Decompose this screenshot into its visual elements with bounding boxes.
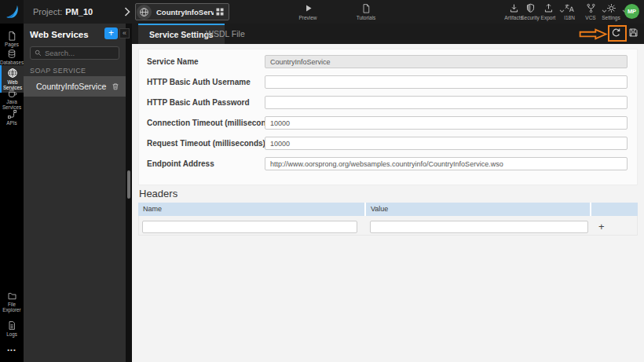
collapse-panel-button[interactable]: « [119, 28, 130, 38]
globe-icon [137, 5, 152, 20]
rail-item-apis[interactable]: APIs [0, 107, 24, 128]
log-file-icon [7, 320, 16, 331]
play-icon [303, 3, 313, 13]
document-icon [361, 3, 371, 13]
add-service-button[interactable]: + [104, 27, 118, 39]
form-row: Endpoint Address [139, 157, 637, 174]
vertical-scrollbar[interactable] [127, 170, 130, 199]
app-window: Project: PM_10 CountryInfoService [0, 0, 644, 362]
preview-label: Preview [298, 15, 317, 20]
chevron-right-icon [124, 7, 130, 16]
column-header-value: Value [366, 203, 591, 216]
column-header-name: Name [138, 203, 366, 216]
top-bar: Project: PM_10 CountryInfoService [0, 0, 644, 24]
app-logo-icon[interactable] [0, 0, 24, 24]
headers-table-head: Name Value [138, 203, 638, 216]
service-settings-form: Service Name HTTP Basic Auth Username HT… [138, 49, 638, 185]
header-value-input[interactable] [370, 221, 588, 233]
tab-bar: Service Settings WSDL File [132, 24, 644, 44]
service-name-input [265, 55, 628, 68]
field-label-endpoint-address: Endpoint Address [147, 159, 214, 168]
add-header-button[interactable]: + [598, 222, 605, 232]
reload-service-button[interactable] [611, 27, 621, 38]
column-header-actions [591, 203, 638, 216]
headers-section-title: Headers [139, 188, 177, 199]
rail-item-databases[interactable]: Databases [0, 46, 24, 68]
form-row: HTTP Basic Auth Username [139, 75, 637, 93]
preview-button[interactable]: Preview [291, 3, 325, 20]
form-row: Request Timeout (milliseconds) [139, 137, 637, 154]
search-box [30, 46, 119, 60]
tutorials-button[interactable]: Tutorials [349, 3, 383, 20]
headers-table: Name Value + [138, 203, 638, 236]
database-icon [7, 49, 16, 59]
search-input[interactable] [45, 49, 115, 57]
upload-icon [543, 3, 554, 13]
auth-password-input[interactable] [265, 96, 628, 109]
export-label: Export [541, 15, 556, 20]
tab-wsdl-file[interactable]: WSDL File [195, 24, 256, 44]
annotation-arrow [579, 28, 608, 40]
connection-timeout-input[interactable] [265, 116, 628, 130]
project-label: Project: [33, 7, 62, 16]
page-icon [7, 31, 16, 41]
request-timeout-input[interactable] [265, 137, 628, 150]
globe-icon [7, 68, 18, 79]
rail-label: File Explorer [0, 302, 24, 313]
field-label-service-name: Service Name [147, 57, 199, 66]
translate-icon [564, 3, 575, 13]
i18n-label: I18N [564, 15, 575, 20]
branch-icon [586, 3, 596, 13]
field-label-auth-password: HTTP Basic Auth Password [147, 98, 250, 107]
rail-item-more[interactable]: ••• [0, 344, 24, 356]
gear-icon [606, 3, 617, 13]
folder-icon [7, 291, 17, 301]
header-row: + [138, 216, 638, 236]
refresh-icon [611, 27, 621, 38]
panel-title: Web Services [30, 30, 89, 39]
avatar[interactable]: MP [624, 4, 639, 19]
form-row: Connection Timeout (milliseconds) [139, 116, 637, 133]
vcs-label: VCS [585, 15, 595, 20]
ellipsis-icon: ••• [7, 346, 16, 353]
rail-item-file-explorer[interactable]: File Explorer [0, 289, 24, 315]
save-service-button[interactable] [628, 27, 639, 38]
connector-icon [7, 109, 17, 119]
left-rail: Pages Databases Web Services [0, 24, 24, 362]
form-row: Service Name [139, 55, 637, 72]
service-settings-content: Service Name HTTP Basic Auth Username HT… [132, 44, 644, 362]
grid-icon[interactable] [215, 7, 225, 16]
field-label-connection-timeout: Connection Timeout (milliseconds) [147, 119, 278, 127]
search-icon [35, 49, 42, 57]
service-item-label: CountryInfoService [24, 82, 112, 91]
project-name: PM_10 [65, 7, 93, 16]
service-list-item[interactable]: CountryInfoService [24, 76, 126, 97]
rail-label: Logs [6, 331, 17, 337]
service-selector[interactable]: CountryInfoService [135, 3, 229, 20]
auth-username-input[interactable] [265, 75, 628, 89]
rail-label: APIs [6, 120, 16, 126]
tutorials-label: Tutorials [357, 15, 376, 20]
save-icon [628, 27, 639, 38]
coffee-icon [7, 88, 17, 98]
settings-button[interactable]: Settings [597, 3, 625, 20]
field-label-request-timeout: Request Timeout (milliseconds) [147, 139, 265, 148]
web-services-panel: Web Services + SOAP SERVICE CountryInfoS… [24, 24, 126, 362]
rail-label: Databases [0, 60, 24, 65]
project-breadcrumb: Project: PM_10 [33, 0, 93, 24]
endpoint-address-input[interactable] [265, 157, 628, 170]
form-row: HTTP Basic Auth Password [139, 96, 637, 113]
field-label-auth-username: HTTP Basic Auth Username [147, 78, 251, 86]
rail-item-logs[interactable]: Logs [0, 318, 24, 339]
settings-label: Settings [602, 15, 620, 20]
trash-icon[interactable] [112, 82, 119, 91]
header-name-input[interactable] [142, 221, 357, 233]
soap-service-section-label: SOAP SERVICE [30, 67, 86, 75]
service-selector-label: CountryInfoService [152, 8, 214, 16]
